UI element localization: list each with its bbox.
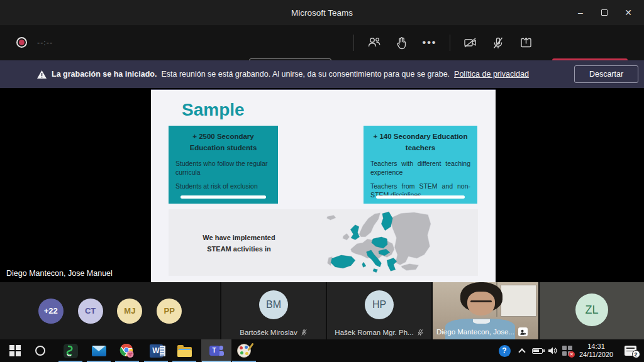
toolbar-divider <box>450 35 450 51</box>
call-toolbar: --:-- Solicitar control ••• <box>0 25 644 60</box>
close-button[interactable]: ✕ <box>616 0 640 25</box>
card-underline-bar <box>180 195 266 199</box>
people-icon <box>367 36 381 49</box>
mail-icon <box>92 346 106 356</box>
avatar: ZL <box>575 293 608 326</box>
search-button[interactable] <box>30 339 50 362</box>
mic-muted-icon <box>417 329 424 336</box>
tray-clock[interactable]: 14:31 24/11/2020 <box>574 339 619 362</box>
app-icon <box>64 344 78 358</box>
participant-avatar[interactable]: MJ <box>117 299 142 324</box>
clock-date: 24/11/2020 <box>579 351 613 359</box>
students-card-heading: + 2500 Secondary Education students <box>175 131 271 154</box>
slide-title: Sample <box>182 100 245 120</box>
taskbar-app-explorer[interactable] <box>174 339 194 362</box>
teachers-card-point: Teachers with different teaching experie… <box>370 159 470 177</box>
camera-toggle-button[interactable] <box>457 30 484 55</box>
participant-avatar[interactable]: CT <box>78 299 103 324</box>
banner-title: La grabación se ha iniciado. <box>52 70 157 79</box>
participant-name: Diego Mantecon, Jose... <box>436 328 514 336</box>
share-screen-button[interactable] <box>512 30 540 55</box>
windows-logo-icon <box>9 345 21 356</box>
taskbar-app-mail[interactable] <box>89 339 109 362</box>
presenter-name-label: Diego Mantecon, Jose Manuel <box>6 269 113 278</box>
participant-badge-icon <box>518 327 528 336</box>
taskbar-app-paint[interactable] <box>234 339 254 362</box>
avatar: BM <box>259 290 288 319</box>
tray-help-icon[interactable]: ? <box>496 339 513 362</box>
screen-share-stage: Sample + 2500 Secondary Education studen… <box>0 88 644 282</box>
tray-teams-disconnected-icon[interactable]: ✕ <box>560 339 575 362</box>
teachers-card: + 140 Secondary Education teachers Teach… <box>364 126 477 204</box>
teachers-card-heading: + 140 Secondary Education teachers <box>370 131 470 154</box>
whiteboard <box>501 285 536 317</box>
avatar-zone: +22 CT MJ PP <box>0 282 220 339</box>
share-screen-icon <box>519 36 533 49</box>
teams-window: Microsoft Teams – ✕ --:-- Solicitar cont… <box>0 0 644 362</box>
action-center-button[interactable]: 2 <box>621 339 639 362</box>
window-title: Microsoft Teams <box>291 8 353 18</box>
card-underline-bar <box>376 195 465 199</box>
banner-body: Esta reunión se está grabando. Al unirse… <box>161 70 450 79</box>
participant-tile[interactable]: HP Hašek Roman Mgr. Ph... <box>327 282 431 339</box>
chevron-up-icon <box>518 348 525 355</box>
participant-avatar[interactable]: PP <box>157 299 182 324</box>
taskbar-app-teams-active[interactable]: T <box>201 339 231 362</box>
maximize-icon <box>601 9 608 16</box>
shared-slide: Sample + 2500 Secondary Education studen… <box>151 89 496 282</box>
clock-time: 14:31 <box>587 343 605 351</box>
overflow-participants-badge[interactable]: +22 <box>38 299 64 324</box>
minimize-button[interactable]: – <box>569 0 592 25</box>
word-icon: W <box>150 344 163 358</box>
maximize-button[interactable] <box>592 0 616 25</box>
show-participants-button[interactable] <box>360 30 388 55</box>
mic-off-icon <box>492 36 504 50</box>
recording-indicator-icon <box>16 37 27 48</box>
recording-banner: La grabación se ha iniciado. Esta reunió… <box>0 60 644 88</box>
students-card: + 2500 Secondary Education students Stud… <box>169 126 278 204</box>
avatar: HP <box>365 290 394 319</box>
map-caption: We have implemented STEAM activities in <box>182 233 296 255</box>
participant-name: Bartošek Miroslav <box>240 329 297 336</box>
title-bar: Microsoft Teams – ✕ <box>0 0 644 25</box>
raised-hand-icon <box>396 36 408 50</box>
europe-map <box>280 210 469 275</box>
window-controls: – ✕ <box>569 0 640 25</box>
participant-tile[interactable]: ZL <box>540 282 644 339</box>
tray-battery-icon[interactable] <box>530 339 545 362</box>
warning-icon <box>36 70 47 79</box>
paint-icon <box>237 344 251 358</box>
tray-volume-icon[interactable] <box>546 339 560 362</box>
participant-name: Hašek Roman Mgr. Ph... <box>335 329 413 336</box>
active-speaker-video-tile[interactable]: Diego Mantecon, Jose... <box>433 282 538 339</box>
students-card-point: Students at risk of exclusion <box>175 182 271 190</box>
participant-tile[interactable]: BM Bartošek Miroslav <box>221 282 326 339</box>
tray-show-hidden-icons[interactable] <box>516 339 528 362</box>
students-card-point: Students who follow the regular curricul… <box>175 159 271 177</box>
toolbar-divider <box>353 35 354 51</box>
camera-off-icon <box>463 36 478 49</box>
file-explorer-icon <box>177 347 192 357</box>
teams-icon: T <box>209 344 224 358</box>
taskbar-app-chrome[interactable] <box>117 339 137 362</box>
chrome-icon <box>119 343 135 358</box>
notification-count-badge: 2 <box>632 350 640 358</box>
windows-taskbar: W T <box>0 339 644 362</box>
search-icon <box>35 346 45 356</box>
map-section: We have implemented STEAM activities in <box>169 209 478 276</box>
more-options-button[interactable]: ••• <box>416 30 443 55</box>
mic-toggle-button[interactable] <box>484 30 512 55</box>
notification-icon: 2 <box>625 346 636 356</box>
privacy-policy-link[interactable]: Política de privacidad <box>454 70 529 79</box>
participants-strip: +22 CT MJ PP BM Bartošek Miroslav HP Haš… <box>0 282 644 339</box>
ellipsis-icon: ••• <box>423 37 437 48</box>
taskbar-app-sway[interactable] <box>60 339 80 362</box>
dismiss-banner-button[interactable]: Descartar <box>574 65 638 83</box>
start-button[interactable] <box>5 339 25 362</box>
call-timer: --:-- <box>37 38 53 47</box>
taskbar-app-word[interactable]: W <box>145 339 167 362</box>
raise-hand-button[interactable] <box>388 30 416 55</box>
mic-muted-icon <box>301 329 308 336</box>
